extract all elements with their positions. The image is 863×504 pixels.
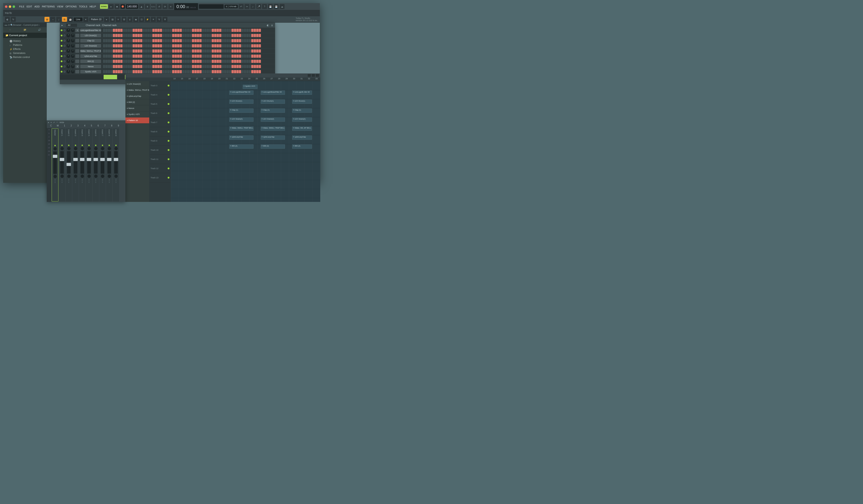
channel-rack-button[interactable]: ♩	[56, 17, 61, 22]
step[interactable]	[108, 60, 110, 63]
mixer-channel[interactable]: Insert 7	[99, 128, 105, 189]
step[interactable]	[219, 70, 221, 73]
step[interactable]	[179, 60, 182, 63]
mixer-view-icon[interactable]: ↗	[53, 121, 55, 124]
step[interactable]	[157, 44, 160, 48]
step[interactable]	[130, 70, 133, 73]
step[interactable]	[204, 55, 207, 58]
step[interactable]	[187, 39, 189, 42]
step[interactable]	[241, 70, 243, 73]
step[interactable]	[207, 65, 209, 68]
step[interactable]	[209, 49, 212, 53]
channel-led[interactable]	[61, 66, 62, 67]
step[interactable]	[175, 49, 177, 53]
step-sequencer-row[interactable]	[102, 70, 275, 73]
step[interactable]	[145, 34, 147, 37]
step[interactable]	[232, 29, 234, 32]
step[interactable]	[179, 49, 182, 53]
step[interactable]	[256, 44, 259, 48]
step[interactable]	[187, 65, 189, 68]
step[interactable]	[110, 39, 113, 42]
mixer-wave-icon[interactable]: 〰	[56, 121, 58, 124]
step[interactable]	[135, 39, 137, 42]
step[interactable]	[224, 39, 226, 42]
step[interactable]	[142, 34, 145, 37]
track-header[interactable]: Track 12	[149, 164, 171, 173]
channel-mute[interactable]	[63, 29, 66, 31]
step[interactable]	[254, 39, 256, 42]
mixer-route-dots[interactable]	[68, 179, 69, 183]
step[interactable]	[110, 29, 113, 32]
step[interactable]	[135, 60, 137, 63]
step[interactable]	[118, 70, 120, 73]
step[interactable]	[232, 65, 234, 68]
mixer-send-knob[interactable]	[61, 175, 64, 178]
step[interactable]	[128, 70, 130, 73]
step[interactable]	[108, 55, 110, 58]
step[interactable]	[189, 34, 192, 37]
pattern-next-icon[interactable]: ▸	[104, 17, 109, 22]
step[interactable]	[227, 39, 229, 42]
step[interactable]	[152, 55, 155, 58]
step[interactable]	[234, 29, 236, 32]
step[interactable]	[212, 34, 214, 37]
step[interactable]	[113, 65, 115, 68]
step[interactable]	[150, 70, 152, 73]
step[interactable]	[234, 70, 236, 73]
playlist-clip[interactable]: ≡ LexLugerBrassFilter #2	[261, 91, 285, 95]
step[interactable]	[103, 55, 105, 58]
step[interactable]	[123, 70, 125, 73]
stop-button[interactable]: ■	[115, 4, 120, 9]
playlist-max-icon[interactable]	[312, 74, 315, 77]
step[interactable]	[162, 39, 164, 42]
mixer-channel[interactable]: Master	[52, 128, 59, 189]
step[interactable]	[214, 29, 216, 32]
step[interactable]	[227, 55, 229, 58]
step[interactable]	[204, 44, 207, 48]
step[interactable]	[142, 44, 145, 48]
playlist-clip[interactable]: ≡ LEX Snare(2)	[261, 117, 285, 122]
step[interactable]	[172, 39, 174, 42]
mixer-fader[interactable]	[108, 151, 111, 173]
playlist-grid[interactable]: ≡ Nexus≡ Synth1 VSTi≡ LexLugerBrassFilte…	[171, 81, 320, 189]
mixer-track-num[interactable]: 6	[95, 125, 102, 128]
channel-number[interactable]	[75, 70, 79, 74]
step[interactable]	[160, 29, 162, 32]
step[interactable]	[165, 60, 167, 63]
collapse-icon[interactable]: ↔	[9, 28, 12, 31]
playlist-view-button[interactable]: ▤	[45, 17, 49, 22]
step[interactable]	[259, 29, 261, 32]
step[interactable]	[130, 44, 133, 48]
step[interactable]	[138, 44, 140, 48]
step[interactable]	[170, 44, 172, 48]
mixer-fader[interactable]	[94, 151, 98, 173]
mixer-fader[interactable]	[74, 151, 77, 173]
step[interactable]	[120, 49, 123, 53]
picker-item[interactable]: ≡ Pattern 10	[125, 117, 149, 124]
step[interactable]	[197, 60, 199, 63]
mixer-window[interactable]: ▸ ⎆ ↗ 〰 Wide CM123456789 3021815122421 M…	[47, 120, 125, 189]
track-mute-led[interactable]	[168, 85, 170, 87]
step[interactable]	[167, 60, 170, 63]
playlist-clip[interactable]: ≡ 808 (2)	[261, 144, 285, 149]
playlist-clip[interactable]: ≡ 808 (2)	[229, 144, 253, 149]
step[interactable]	[241, 60, 243, 63]
channel-vol-knob[interactable]	[71, 34, 75, 37]
step[interactable]	[113, 70, 115, 73]
track-mute-led[interactable]	[168, 140, 170, 142]
step[interactable]	[244, 44, 246, 48]
step[interactable]	[120, 34, 123, 37]
step[interactable]	[189, 49, 192, 53]
step[interactable]	[259, 34, 261, 37]
step[interactable]	[105, 55, 108, 58]
mixer-mute-led[interactable]	[95, 145, 97, 146]
knob-reset-icon[interactable]: ↻	[11, 17, 16, 22]
step[interactable]	[160, 60, 162, 63]
step[interactable]	[212, 44, 214, 48]
track-header[interactable]: Track 6	[149, 109, 171, 118]
save-button[interactable]: 💾	[268, 4, 273, 9]
step[interactable]	[110, 70, 113, 73]
step[interactable]	[155, 65, 157, 68]
step[interactable]	[212, 65, 214, 68]
mixer-route-dots[interactable]	[89, 179, 89, 183]
